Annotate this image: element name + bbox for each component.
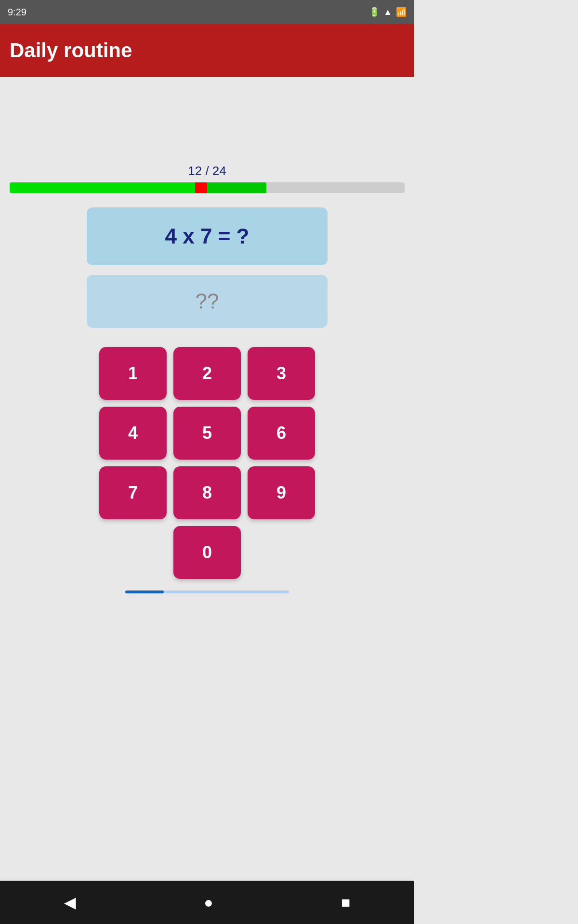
app-bar: Daily routine (0, 24, 414, 77)
bottom-nav: ◀ ● ■ (0, 881, 414, 924)
numpad-zero-row: 0 (173, 526, 241, 579)
numpad-btn-1[interactable]: 1 (99, 347, 167, 400)
question-box: 4 x 7 = ? (87, 207, 328, 265)
numpad-btn-6[interactable]: 6 (248, 407, 315, 460)
progress-bar (10, 182, 405, 193)
progress-green-segment (10, 182, 195, 193)
scroll-thumb (125, 590, 164, 593)
numpad-grid: 1 2 3 4 5 6 7 8 9 (99, 347, 315, 519)
recent-button[interactable]: ■ (341, 894, 350, 911)
signal-icon: 📶 (396, 7, 407, 17)
progress-section: 12 / 24 (0, 164, 414, 193)
numpad-btn-4[interactable]: 4 (99, 407, 167, 460)
battery-icon: 🔋 (369, 7, 380, 17)
progress-label: 12 / 24 (10, 164, 405, 179)
numpad-btn-7[interactable]: 7 (99, 466, 167, 519)
app-title: Daily routine (10, 39, 132, 62)
back-button[interactable]: ◀ (64, 893, 76, 911)
wifi-icon: ▲ (383, 7, 392, 17)
status-bar: 9:29 🔋 ▲ 📶 (0, 0, 414, 24)
status-time: 9:29 (8, 7, 26, 18)
home-button[interactable]: ● (204, 894, 213, 911)
numpad-btn-8[interactable]: 8 (173, 466, 241, 519)
scroll-indicator (125, 590, 289, 593)
progress-red-segment (195, 182, 207, 193)
status-icons: 🔋 ▲ 📶 (369, 7, 407, 17)
answer-display: ?? (196, 289, 219, 313)
numpad-btn-0[interactable]: 0 (173, 526, 241, 579)
numpad-btn-5[interactable]: 5 (173, 407, 241, 460)
main-content: 12 / 24 4 x 7 = ? ?? 1 2 3 4 5 6 7 8 9 0 (0, 77, 414, 881)
numpad-btn-9[interactable]: 9 (248, 466, 315, 519)
numpad-btn-3[interactable]: 3 (248, 347, 315, 400)
progress-green2-segment (207, 182, 266, 193)
question-text: 4 x 7 = ? (165, 224, 250, 248)
answer-box: ?? (87, 275, 328, 328)
numpad-btn-2[interactable]: 2 (173, 347, 241, 400)
